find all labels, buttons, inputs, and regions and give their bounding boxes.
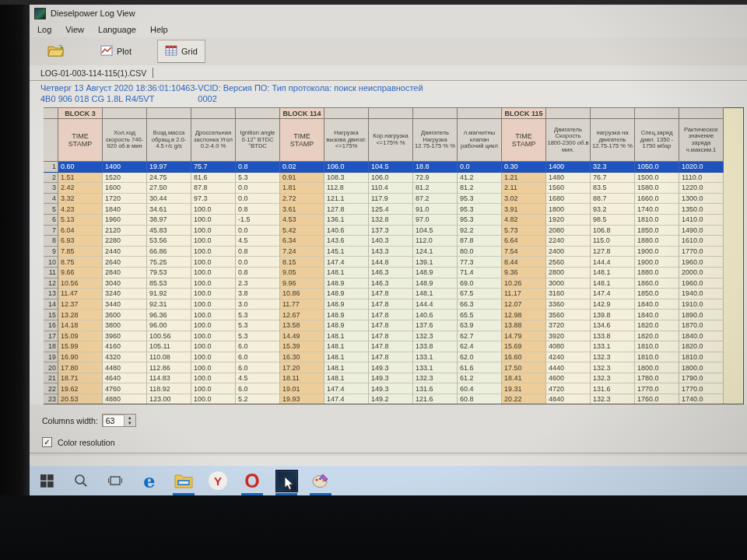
cell[interactable]: 148.9 <box>324 299 369 310</box>
cell[interactable]: 66.3 <box>458 299 502 310</box>
cell[interactable]: 100.56 <box>147 331 191 342</box>
cell[interactable]: 127.8 <box>324 204 369 215</box>
cell[interactable]: 4160 <box>103 341 147 352</box>
cell[interactable]: 62.4 <box>458 341 502 352</box>
cell[interactable]: 0.8 <box>236 204 280 215</box>
cell[interactable]: 12.37 <box>58 299 103 310</box>
cell[interactable]: 100.0 <box>191 289 236 299</box>
cell[interactable]: 147.8 <box>369 352 413 363</box>
cell[interactable]: 136.1 <box>324 215 369 226</box>
cell[interactable]: 15.69 <box>502 341 546 352</box>
table-row[interactable]: 119.66284079.53100.00.89.05148.1146.3148… <box>44 268 724 278</box>
cell[interactable]: 133.1 <box>591 341 635 352</box>
cell[interactable]: 45.83 <box>147 226 191 236</box>
cell[interactable]: 148.9 <box>324 320 369 331</box>
cell[interactable]: 100.0 <box>191 215 236 226</box>
cell[interactable]: 67.5 <box>458 289 502 299</box>
cell[interactable]: 137.3 <box>369 226 413 236</box>
cell[interactable]: 2440 <box>103 247 147 257</box>
table-row[interactable]: 2118.714640114.83100.04.518.11148.1149.3… <box>44 373 724 384</box>
cell[interactable]: 0.91 <box>280 173 324 184</box>
cell[interactable]: 10.56 <box>58 278 103 289</box>
cell[interactable]: 13.28 <box>58 310 103 320</box>
column-header[interactable]: Кор.нагрузка <=175% % <box>369 119 413 162</box>
cell[interactable]: 100.0 <box>191 226 236 236</box>
cell[interactable]: 121.6 <box>413 394 458 404</box>
cell[interactable]: 1050.0 <box>635 162 679 173</box>
cell[interactable]: 1810.0 <box>635 215 679 226</box>
column-header[interactable]: Двигатель Нагрузка 12.75-175 % % <box>413 119 458 162</box>
cell[interactable]: 97.0 <box>413 215 458 226</box>
cell[interactable]: 69.0 <box>458 278 502 289</box>
cell[interactable]: 1870.0 <box>679 320 724 331</box>
cell[interactable]: 1820.0 <box>635 320 679 331</box>
cell[interactable]: 75.25 <box>147 257 191 268</box>
table-row[interactable]: 1412.37344092.31100.03.011.77148.9147.81… <box>44 299 724 310</box>
cell[interactable]: 8.75 <box>58 257 103 268</box>
cell[interactable]: 100.0 <box>191 373 236 384</box>
cell[interactable]: 95.3 <box>458 194 502 205</box>
cell[interactable]: 4.5 <box>236 236 280 247</box>
color-resolution-checkbox[interactable]: ✓ <box>42 437 52 447</box>
row-number[interactable]: 3 <box>44 183 58 194</box>
table-row[interactable]: 86.93228053.56100.04.56.34143.6140.3112.… <box>44 236 724 247</box>
cell[interactable]: 140.6 <box>324 226 369 236</box>
cell[interactable]: 5.73 <box>502 226 546 236</box>
cell[interactable]: 1770.0 <box>679 383 724 394</box>
cell[interactable]: 1770.0 <box>635 383 679 394</box>
cell[interactable]: 83.5 <box>591 183 635 194</box>
cell[interactable]: 132.3 <box>591 362 635 373</box>
row-number[interactable]: 23 <box>44 394 58 404</box>
cell[interactable]: 1960.0 <box>679 278 724 289</box>
cell[interactable]: 148.1 <box>324 331 369 342</box>
row-number[interactable]: 20 <box>44 362 58 373</box>
cell[interactable]: 6.04 <box>58 226 103 236</box>
cell[interactable]: 100.0 <box>191 268 236 278</box>
cell[interactable]: 0.30 <box>502 162 546 173</box>
column-header[interactable]: TIME STAMP <box>58 119 103 162</box>
cell[interactable]: 4720 <box>546 383 591 394</box>
cell[interactable]: 18.8 <box>413 162 458 173</box>
cell[interactable]: 148.9 <box>324 278 369 289</box>
cell[interactable]: 1610.0 <box>679 236 724 247</box>
cell[interactable]: 96.00 <box>147 320 191 331</box>
cell[interactable]: 11.77 <box>280 299 324 310</box>
cell[interactable]: 65.5 <box>458 310 502 320</box>
row-number[interactable]: 6 <box>44 215 58 226</box>
cell[interactable]: 6.0 <box>236 362 280 373</box>
cell[interactable]: 20.22 <box>502 394 546 404</box>
cell[interactable]: 17.20 <box>280 362 324 373</box>
cell[interactable]: 1760.0 <box>635 394 679 404</box>
cell[interactable]: 12.67 <box>280 310 324 320</box>
cell[interactable]: 100.0 <box>191 383 236 394</box>
search-button[interactable] <box>64 466 98 495</box>
cell[interactable]: 91.0 <box>413 204 458 215</box>
cell[interactable]: 16.60 <box>502 352 546 363</box>
cell[interactable]: 92.31 <box>147 299 191 310</box>
cell[interactable]: 149.3 <box>369 362 413 373</box>
table-row[interactable]: 54.23184034.61100.00.83.61127.8125.491.0… <box>44 204 724 215</box>
cell[interactable]: 1900.0 <box>635 247 679 257</box>
cell[interactable]: 1660.0 <box>635 194 679 205</box>
cell[interactable]: 147.4 <box>324 394 369 404</box>
cell[interactable]: -1.5 <box>236 215 280 226</box>
column-header[interactable]: Хол.ход скорость 740-920 об.в мин <box>103 119 147 162</box>
cell[interactable]: 14.79 <box>502 331 546 342</box>
row-number[interactable]: 15 <box>44 310 58 320</box>
cell[interactable]: 7.54 <box>502 247 546 257</box>
cell[interactable]: 146.3 <box>369 268 413 278</box>
cell[interactable]: 18.41 <box>502 373 546 384</box>
cell[interactable]: 1780.0 <box>635 373 679 384</box>
file-explorer-button[interactable] <box>167 466 201 495</box>
cell[interactable]: 1740.0 <box>679 394 724 404</box>
cell[interactable]: 1960 <box>103 215 147 226</box>
cell[interactable]: 1920 <box>546 215 591 226</box>
column-header[interactable]: Нагрузка вызова двигат. <=175% <box>324 119 369 162</box>
table-row[interactable]: 1815.994160105.11100.06.015.39148.1147.8… <box>44 341 724 352</box>
cell[interactable]: 6.0 <box>236 383 280 394</box>
cell[interactable]: 1850.0 <box>635 226 679 236</box>
row-number[interactable]: 18 <box>44 341 58 352</box>
cell[interactable]: 88.7 <box>591 194 635 205</box>
cell[interactable]: 1.21 <box>502 173 546 184</box>
table-row[interactable]: 1715.093960100.56100.05.314.49148.1147.8… <box>44 331 724 342</box>
